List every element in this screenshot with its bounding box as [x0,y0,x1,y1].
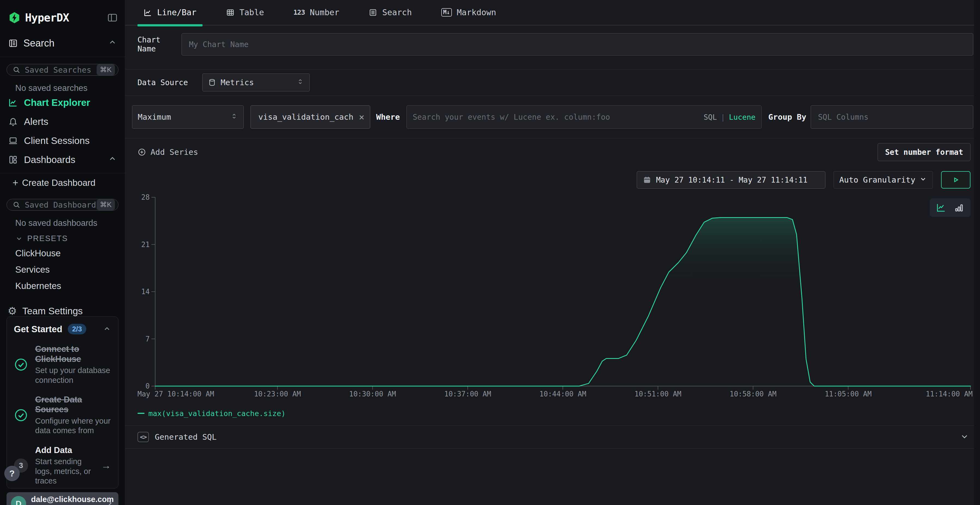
table-icon [226,8,235,17]
add-series-label: Add Series [151,148,198,157]
gear-icon: ⚙ [8,306,17,316]
tab-label: Search [382,8,412,17]
preset-clickhouse[interactable]: ClickHouse [0,245,125,262]
tab-number[interactable]: 123 Number [288,0,345,25]
chevron-up-icon[interactable] [103,325,111,334]
scrollbar-gutter[interactable] [974,0,980,505]
sidebar-item-label: Dashboards [24,154,75,165]
saved-searches-input[interactable]: ⌘K [6,64,118,76]
svg-text:10:44:00 AM: 10:44:00 AM [539,390,586,398]
collapse-sidebar-button[interactable] [107,12,118,23]
bar-chart-toggle[interactable] [954,202,964,213]
svg-text:10:30:00 AM: 10:30:00 AM [349,390,396,398]
tab-search[interactable]: Search [363,0,418,25]
data-source-value: Metrics [221,78,254,87]
no-saved-dashboards-text: No saved dashboards [0,211,125,228]
group-by-input[interactable] [811,105,973,129]
tab-table[interactable]: Table [220,0,270,25]
dashboards-icon [8,155,18,165]
get-started-item-connect[interactable]: Connect to ClickHouse Set up your databa… [14,344,111,385]
get-started-title: Get Started [14,324,62,334]
main-content: Line/Bar Table 123 Number Search [125,0,980,505]
group-by-label: Group By [768,113,806,122]
line-chart-toggle[interactable] [935,202,947,213]
shortcut-badge: ⌘K [97,199,115,210]
create-dashboard-button[interactable]: + Create Dashboard [0,173,125,192]
svg-text:May 27 10:14:00 AM: May 27 10:14:00 AM [137,390,214,398]
database-icon [208,78,216,87]
sidebar-section-search[interactable]: Search [0,27,125,53]
get-started-item-sources[interactable]: Create Data Sources Configure where your… [14,395,111,436]
code-icon: <> [137,432,149,442]
tab-markdown[interactable]: M↓ Markdown [435,0,502,25]
chevron-up-icon[interactable] [108,154,117,165]
check-circle-icon [14,357,28,372]
sidebar-item-client-sessions[interactable]: Client Sessions [0,131,125,150]
no-saved-searches-text: No saved searches [0,76,125,93]
chart-canvas[interactable]: 07142128May 27 10:14:00 AM10:23:00 AM10:… [137,194,973,405]
select-updown-icon [230,113,238,122]
logo-row: HyperDX [0,0,125,27]
divider [0,57,125,57]
sidebar-item-dashboards[interactable]: Dashboards [0,150,125,169]
chart-legend: max(visa_validation_cache.size) [137,407,980,419]
svg-text:0: 0 [145,382,150,390]
get-started-header[interactable]: Get Started 2/3 [14,324,111,334]
team-settings-label: Team Settings [22,306,83,316]
data-source-select[interactable]: Metrics [202,73,310,91]
run-query-button[interactable] [941,171,970,189]
preset-services[interactable]: Services [0,262,125,278]
where-search-input[interactable] [413,113,704,122]
task-subtitle: Configure where your data comes from [35,416,111,436]
get-started-card: Get Started 2/3 Connect to ClickHouse Se… [6,316,118,488]
svg-text:10:37:00 AM: 10:37:00 AM [444,390,491,398]
panel-left-icon [107,12,118,23]
metric-name: visa_validation_cach [258,113,353,122]
chart-name-input[interactable] [181,33,973,56]
tab-line-bar[interactable]: Line/Bar [137,0,202,25]
saved-dashboards-field[interactable] [25,200,97,210]
team-settings-button[interactable]: ⚙ Team Settings [0,294,125,316]
lucene-toggle[interactable]: Lucene [729,113,756,121]
date-range-picker[interactable]: May 27 10:14:11 - May 27 11:14:11 [637,171,826,189]
line-chart-icon [143,8,152,17]
shortcut-badge: ⌘K [97,64,115,75]
task-title: Add Data [35,445,94,456]
create-dashboard-label: Create Dashboard [22,178,95,188]
aggregation-select[interactable]: Maximum [132,105,243,129]
task-subtitle: Start sending logs, metrics, or traces [35,457,94,486]
metric-chip[interactable]: visa_validation_cach × [250,105,370,129]
granularity-select[interactable]: Auto Granularity [834,171,933,189]
saved-searches-field[interactable] [25,65,97,75]
saved-dashboards-input[interactable]: ⌘K [6,199,118,211]
add-series-button[interactable]: Add Series [137,148,198,157]
remove-metric-icon[interactable]: × [359,113,364,122]
preset-kubernetes[interactable]: Kubernetes [0,278,125,294]
search-icon [12,200,21,209]
presets-toggle[interactable]: PRESETS [0,228,125,245]
arrow-right-icon: → [101,460,111,471]
bar-chart-icon [954,202,964,213]
sidebar-item-label: Chart Explorer [24,97,90,108]
tab-label: Number [310,8,339,17]
sql-toggle[interactable]: SQL [704,113,717,121]
bell-icon [8,117,18,127]
progress-badge: 2/3 [68,324,86,334]
generated-sql-panel[interactable]: <> Generated SQL [125,425,980,449]
where-input-wrap: SQL | Lucene [406,105,762,129]
get-started-item-add-data[interactable]: 3 Add Data Start sending logs, metrics, … [14,445,111,486]
tab-label: Table [240,8,264,17]
user-menu[interactable]: D dale@clickhouse.com dale@clickhouse.co… [6,492,118,505]
help-button[interactable]: ? [4,466,20,481]
task-title: Create Data Sources [35,395,111,414]
user-email: dale@clickhouse.com [31,495,101,504]
legend-line-swatch [137,413,145,414]
check-circle-icon [14,408,28,422]
svg-text:10:58:00 AM: 10:58:00 AM [730,390,776,398]
select-updown-icon [296,78,304,87]
sidebar-item-chart-explorer[interactable]: Chart Explorer [0,93,125,112]
chevron-up-icon[interactable] [108,38,117,49]
set-number-format-button[interactable]: Set number format [878,143,970,161]
sidebar-item-alerts[interactable]: Alerts [0,112,125,131]
chevron-down-icon[interactable] [960,432,969,442]
